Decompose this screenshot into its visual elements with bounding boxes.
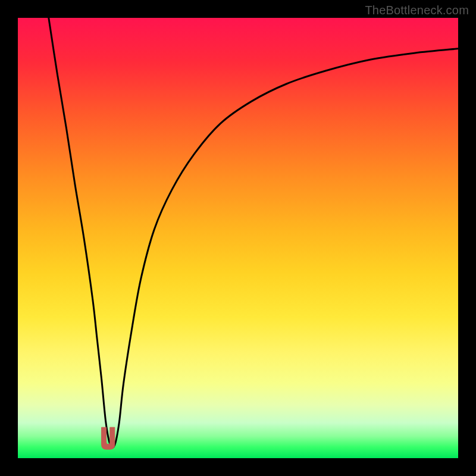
bottleneck-curve-line [49,18,458,447]
watermark-text: TheBottleneck.com [365,4,469,17]
chart-frame: TheBottleneck.com [0,0,476,476]
chart-plot-area [18,18,458,458]
chart-overlay-svg [18,18,458,458]
